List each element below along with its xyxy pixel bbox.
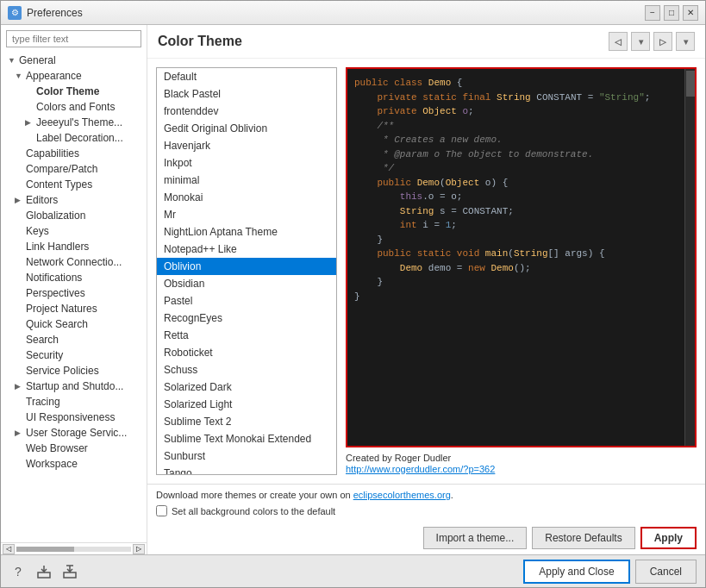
expand-icon: ▶ [15,382,23,391]
sidebar-label: Globalization [26,210,85,222]
expand-icon: ▼ [8,56,16,65]
nav-menu-btn[interactable]: ▾ [676,32,695,51]
theme-list-item[interactable]: Solarized Dark [157,378,336,396]
theme-list-item[interactable]: Oblivion [157,258,336,275]
sidebar-item-web-browser[interactable]: Web Browser [1,441,147,456]
cancel-button[interactable]: Cancel [635,560,697,584]
sidebar-label: Network Connectio... [26,256,122,268]
sidebar-item-tracing[interactable]: Tracing [1,394,147,410]
theme-list-item[interactable]: Obsidian [157,275,336,292]
sidebar-item-content-types[interactable]: Content Types [1,177,147,192]
sidebar-item-perspectives[interactable]: Perspectives [1,285,147,301]
window-title: Preferences [27,7,83,19]
sidebar-item-startup[interactable]: ▶ Startup and Shutdo... [1,378,147,394]
main-content: ▼ General ▼ Appearance Color Theme [1,25,705,554]
sidebar-item-colors-fonts[interactable]: Colors and Fonts [1,99,147,115]
sidebar-label: Color Theme [36,85,99,97]
download-link[interactable]: eclipsecolorthemes.org [353,490,451,500]
theme-list-item[interactable]: Sublime Text Monokai Extended [157,430,336,447]
close-button[interactable]: ✕ [683,5,698,21]
sidebar-item-editors[interactable]: ▶ Editors [1,192,147,208]
sidebar-label: Notifications [26,272,82,284]
footer-left: ? [9,563,78,580]
sidebar-item-keys[interactable]: Keys [1,223,147,239]
theme-list-item[interactable]: RecognEyes [157,310,336,327]
creator-link[interactable]: http://www.rogerdudler.com/?p=362 [346,464,495,474]
theme-list-item[interactable]: Default [157,68,336,85]
apply-close-button[interactable]: Apply and Close [523,560,629,584]
sidebar-item-network[interactable]: Network Connectio... [1,254,147,270]
theme-list-item[interactable]: Mr [157,206,336,223]
apply-button[interactable]: Apply [640,527,697,549]
sidebar-label: Link Handlers [26,241,89,253]
theme-list-item[interactable]: Notepad++ Like [157,241,336,258]
sidebar-item-general[interactable]: ▼ General [1,53,147,68]
right-panel: Color Theme ◁ ▾ ▷ ▾ DefaultBlack Pastelf… [147,25,705,554]
filter-input[interactable] [6,30,141,47]
theme-list-item[interactable]: minimal [157,172,336,189]
sidebar-item-search[interactable]: Search [1,332,147,347]
export-icon-1[interactable] [35,563,53,580]
sidebar-item-service-policies[interactable]: Service Policies [1,363,147,378]
theme-list-item[interactable]: frontenddev [157,103,336,120]
download-prefix: Download more themes or create your own … [156,490,353,500]
footer-right: Apply and Close Cancel [523,560,697,584]
sidebar-item-notifications[interactable]: Notifications [1,270,147,285]
theme-list-item[interactable]: Havenjark [157,137,336,154]
restore-button[interactable]: Restore Defaults [532,527,634,549]
sidebar-item-workspace[interactable]: Workspace [1,456,147,472]
maximize-button[interactable]: □ [664,5,679,21]
nav-dropdown-btn[interactable]: ▾ [631,32,650,51]
theme-list-item[interactable]: Schuss [157,361,336,378]
sidebar-item-security[interactable]: Security [1,347,147,363]
theme-list-item[interactable]: Retta [157,327,336,344]
expand-icon: ▶ [15,196,23,204]
sidebar-item-compare-patch[interactable]: Compare/Patch [1,161,147,177]
theme-list-item[interactable]: Inkpot [157,154,336,172]
sidebar: ▼ General ▼ Appearance Color Theme [1,25,147,554]
background-checkbox[interactable] [156,505,167,516]
help-icon[interactable]: ? [9,563,27,580]
download-text: Download more themes or create your own … [156,490,697,500]
minimize-button[interactable]: − [645,5,660,21]
code-scrollbar[interactable] [684,69,695,446]
theme-list-item[interactable]: Monokai [157,189,336,206]
theme-list-item[interactable]: Tango [157,465,336,475]
nav-forward-btn[interactable]: ▷ [653,32,672,51]
sidebar-item-label-decoration[interactable]: Label Decoration... [1,130,147,146]
sidebar-item-jeeeyuls[interactable]: ▶ Jeeeyul's Theme... [1,115,147,130]
sidebar-label: Tracing [26,396,60,408]
import-button[interactable]: Import a theme... [423,527,528,549]
theme-list-item[interactable]: Pastel [157,292,336,310]
sidebar-label: Appearance [26,70,82,82]
theme-list-item[interactable]: Black Pastel [157,85,336,103]
sidebar-label: Service Policies [26,365,99,377]
panel-header: Color Theme ◁ ▾ ▷ ▾ [147,25,705,59]
sidebar-item-link-handlers[interactable]: Link Handlers [1,239,147,254]
scroll-right-btn[interactable]: ▷ [133,544,145,554]
sidebar-item-appearance[interactable]: ▼ Appearance [1,68,147,84]
sidebar-item-user-storage[interactable]: ▶ User Storage Servic... [1,425,147,441]
theme-list-item[interactable]: Sublime Text 2 [157,413,336,430]
sidebar-label: Content Types [26,178,92,191]
theme-list-item[interactable]: Sunburst [157,447,336,465]
checkbox-label: Set all background colors to the default [172,506,335,516]
theme-list-item[interactable]: Gedit Original Oblivion [157,120,336,137]
theme-list-item[interactable]: Solarized Light [157,396,336,413]
theme-list[interactable]: DefaultBlack PastelfrontenddevGedit Orig… [156,67,337,475]
sidebar-item-ui-responsiveness[interactable]: UI Responsiveness [1,410,147,425]
window-controls: − □ ✕ [645,5,698,21]
sidebar-item-color-theme[interactable]: Color Theme [1,84,147,99]
scroll-left-btn[interactable]: ◁ [3,544,15,554]
download-suffix: . [451,490,453,500]
sidebar-item-quick-search[interactable]: Quick Search [1,316,147,332]
theme-list-item[interactable]: NightLion Aptana Theme [157,223,336,241]
sidebar-item-globalization[interactable]: Globalization [1,208,147,223]
sidebar-item-capabilities[interactable]: Capabilities [1,146,147,161]
preview-area: public class Demo { private static final… [346,67,697,475]
theme-list-item[interactable]: Roboticket [157,344,336,361]
nav-back-btn[interactable]: ◁ [609,32,628,51]
sidebar-item-project-natures[interactable]: Project Natures [1,301,147,316]
export-icon-2[interactable] [61,563,78,580]
top-area: ▼ General ▼ Appearance Color Theme [1,25,705,554]
